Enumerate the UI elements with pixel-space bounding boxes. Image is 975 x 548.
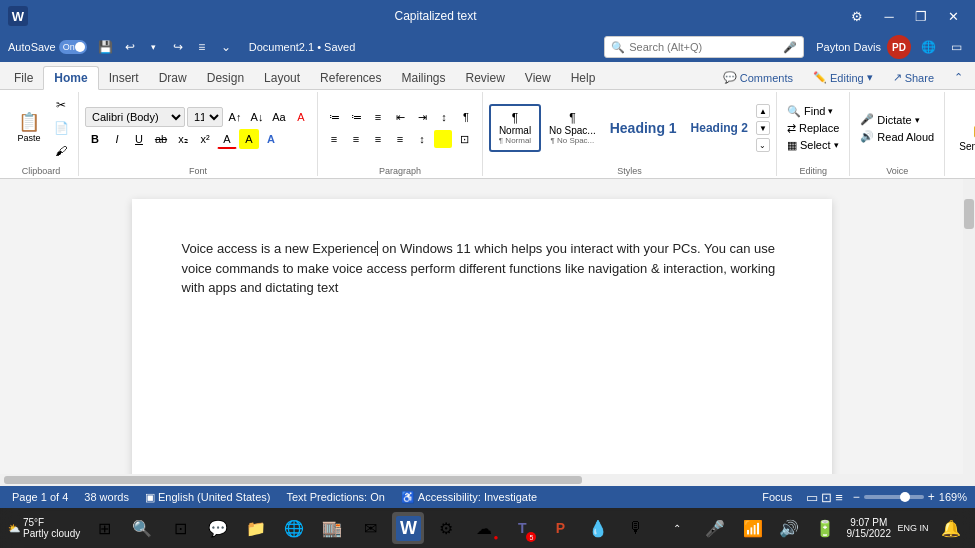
minimize-button[interactable]: ─ bbox=[875, 2, 903, 30]
tab-help[interactable]: Help bbox=[561, 67, 606, 89]
print-view-icon[interactable]: ▭ bbox=[806, 490, 818, 505]
font-size-select[interactable]: 11 bbox=[187, 107, 223, 127]
start-button[interactable]: ⊞ bbox=[88, 512, 120, 544]
restore-button[interactable]: ❐ bbox=[907, 2, 935, 30]
word-count[interactable]: 38 words bbox=[80, 491, 133, 503]
align-center-button[interactable]: ≡ bbox=[346, 129, 366, 149]
zoom-out-icon[interactable]: − bbox=[853, 490, 860, 504]
replace-button[interactable]: ⇄ Replace bbox=[783, 121, 843, 136]
teams-button[interactable]: T 5 bbox=[506, 512, 538, 544]
underline-button[interactable]: U bbox=[129, 129, 149, 149]
dictate-button[interactable]: 🎤 Dictate ▾ bbox=[856, 112, 938, 127]
share-button[interactable]: ↗ Share bbox=[885, 68, 942, 87]
settings-button[interactable]: ⚙ bbox=[843, 2, 871, 30]
text-predictions-status[interactable]: Text Predictions: On bbox=[282, 491, 388, 503]
undo-dropdown-icon[interactable]: ▾ bbox=[143, 36, 165, 58]
clock-button[interactable]: 9:07 PM 9/15/2022 bbox=[847, 517, 892, 539]
strikethrough-button[interactable]: ab bbox=[151, 129, 171, 149]
redo-icon[interactable]: ↪ bbox=[167, 36, 189, 58]
show-hide-button[interactable]: ¶ bbox=[456, 107, 476, 127]
scrollbar-thumb[interactable] bbox=[964, 199, 974, 229]
customize-icon[interactable]: ⌄ bbox=[215, 36, 237, 58]
collapse-ribbon-button[interactable]: ⌃ bbox=[946, 68, 971, 87]
paste-button[interactable]: 📋 Paste bbox=[10, 94, 48, 162]
task-view-button[interactable]: ⊡ bbox=[164, 512, 196, 544]
vertical-scrollbar[interactable] bbox=[963, 179, 975, 474]
search-box[interactable]: 🔍 🎤 bbox=[604, 36, 804, 58]
zoom-in-icon[interactable]: + bbox=[928, 490, 935, 504]
format-painter-button[interactable]: 🖌 bbox=[50, 140, 72, 162]
word-taskbar-button[interactable]: W bbox=[392, 512, 424, 544]
present-icon[interactable]: ▭ bbox=[945, 36, 967, 58]
select-button[interactable]: ▦ Select ▾ bbox=[783, 138, 843, 153]
web-view-icon[interactable]: ⊡ bbox=[821, 490, 832, 505]
autosave-toggle[interactable]: On bbox=[59, 40, 87, 54]
undo-icon[interactable]: ↩ bbox=[119, 36, 141, 58]
line-spacing-button[interactable]: ↕ bbox=[412, 129, 432, 149]
style-normal[interactable]: ¶ Normal ¶ Normal bbox=[489, 104, 541, 152]
document-scroll[interactable]: Voice access is a new Experience on Wind… bbox=[0, 179, 963, 474]
bold-button[interactable]: B bbox=[85, 129, 105, 149]
clear-format-button[interactable]: A bbox=[291, 107, 311, 127]
tab-insert[interactable]: Insert bbox=[99, 67, 149, 89]
explorer-button[interactable]: 📁 bbox=[240, 512, 272, 544]
style-heading1[interactable]: Heading 1 bbox=[604, 104, 683, 152]
tab-review[interactable]: Review bbox=[456, 67, 515, 89]
styles-scroll-up[interactable]: ▲ bbox=[756, 104, 770, 118]
microphone-tray-icon[interactable]: 🎤 bbox=[699, 512, 731, 544]
styles-scroll-down[interactable]: ▼ bbox=[756, 121, 770, 135]
dropbox-button[interactable]: 💧 bbox=[582, 512, 614, 544]
tab-file[interactable]: File bbox=[4, 67, 43, 89]
cut-button[interactable]: ✂ bbox=[50, 94, 72, 116]
onedrive-button[interactable]: ☁ ● bbox=[468, 512, 500, 544]
user-avatar[interactable]: PD bbox=[887, 35, 911, 59]
h-scrollbar-thumb[interactable] bbox=[4, 476, 582, 484]
more-icon[interactable]: ≡ bbox=[191, 36, 213, 58]
increase-indent-button[interactable]: ⇥ bbox=[412, 107, 432, 127]
shrink-font-button[interactable]: A↓ bbox=[247, 107, 267, 127]
grow-font-button[interactable]: A↑ bbox=[225, 107, 245, 127]
bullets-button[interactable]: ≔ bbox=[324, 107, 344, 127]
notification-button[interactable]: 🔔 bbox=[935, 512, 967, 544]
focus-button[interactable]: Focus bbox=[758, 491, 796, 503]
find-button[interactable]: 🔍 Find ▾ bbox=[783, 104, 843, 119]
globe-icon[interactable]: 🌐 bbox=[917, 36, 939, 58]
powerpoint-button[interactable]: P bbox=[544, 512, 576, 544]
style-heading2[interactable]: Heading 2 bbox=[685, 104, 754, 152]
store-button[interactable]: 🏬 bbox=[316, 512, 348, 544]
text-effects-button[interactable]: A bbox=[261, 129, 281, 149]
page-info[interactable]: Page 1 of 4 bbox=[8, 491, 72, 503]
battery-icon[interactable]: 🔋 bbox=[809, 512, 841, 544]
sort-button[interactable]: ↕ bbox=[434, 107, 454, 127]
editing-button[interactable]: ✏️ Editing ▾ bbox=[805, 68, 881, 87]
align-left-button[interactable]: ≡ bbox=[324, 129, 344, 149]
comments-button[interactable]: 💬 Comments bbox=[715, 68, 801, 87]
tab-view[interactable]: View bbox=[515, 67, 561, 89]
horizontal-scrollbar[interactable] bbox=[0, 474, 963, 486]
highlight-button[interactable]: A bbox=[239, 129, 259, 149]
numbering-button[interactable]: ≔ bbox=[346, 107, 366, 127]
accessibility-status[interactable]: ♿ Accessibility: Investigate bbox=[397, 491, 541, 504]
tab-home[interactable]: Home bbox=[43, 66, 98, 90]
justify-button[interactable]: ≡ bbox=[390, 129, 410, 149]
language-indicator[interactable]: ENG IN bbox=[897, 512, 929, 544]
search-taskbar-button[interactable]: 🔍 bbox=[126, 512, 158, 544]
font-color-button[interactable]: A bbox=[217, 129, 237, 149]
tab-draw[interactable]: Draw bbox=[149, 67, 197, 89]
tab-layout[interactable]: Layout bbox=[254, 67, 310, 89]
voice-search-icon[interactable]: 🎤 bbox=[783, 41, 797, 54]
save-icon[interactable]: 💾 bbox=[95, 36, 117, 58]
tab-mailings[interactable]: Mailings bbox=[391, 67, 455, 89]
borders-button[interactable]: ⊡ bbox=[454, 129, 474, 149]
extra-button[interactable]: 🎙 bbox=[620, 512, 652, 544]
align-right-button[interactable]: ≡ bbox=[368, 129, 388, 149]
zoom-level[interactable]: 169% bbox=[939, 491, 967, 503]
zoom-slider[interactable] bbox=[864, 495, 924, 499]
mail-button[interactable]: ✉ bbox=[354, 512, 386, 544]
settings-taskbar-button[interactable]: ⚙ bbox=[430, 512, 462, 544]
close-button[interactable]: ✕ bbox=[939, 2, 967, 30]
case-button[interactable]: Aa bbox=[269, 107, 289, 127]
search-input[interactable] bbox=[629, 41, 779, 53]
subscript-button[interactable]: x₂ bbox=[173, 129, 193, 149]
chevron-tray-icon[interactable]: ⌃ bbox=[661, 512, 693, 544]
